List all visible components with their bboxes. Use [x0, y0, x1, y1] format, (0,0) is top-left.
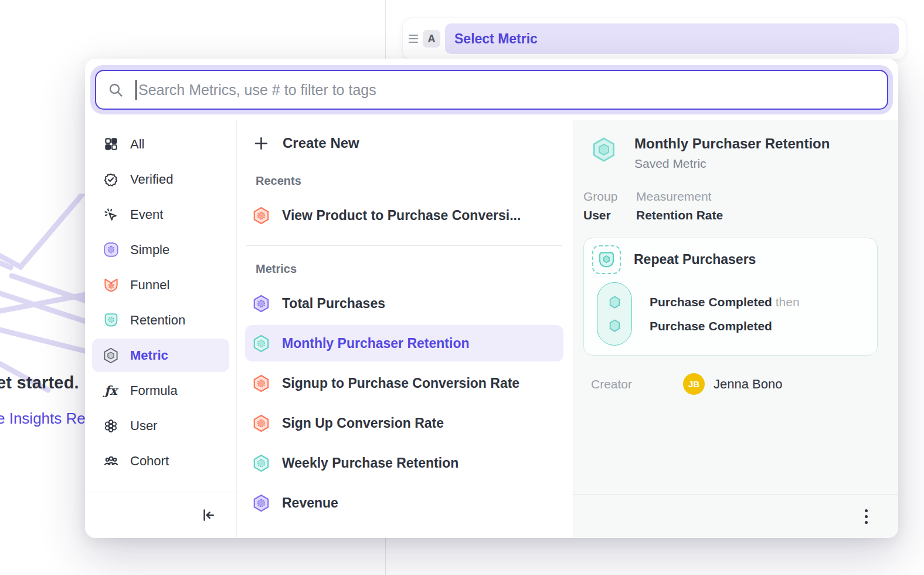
retention-steps-capsule — [597, 282, 632, 346]
definition-steps: Purchase Completed then Purchase Complet… — [650, 282, 800, 346]
sidebar-item-event[interactable]: Event — [92, 198, 229, 231]
background-insights-link[interactable]: e Insights Re — [0, 410, 86, 428]
creator-avatar: JB — [683, 373, 705, 395]
metric-list-column: Create New Recents View Product to Purch… — [237, 120, 573, 538]
search-field[interactable] — [95, 70, 888, 110]
metric-detail-panel: Monthly Purchaser Retention Saved Metric… — [573, 120, 898, 538]
collapse-icon — [200, 507, 216, 523]
sidebar-item-label: Simple — [130, 242, 169, 258]
screen: et started. e Insights Re A Select Metri… — [0, 0, 924, 575]
sidebar-footer — [85, 492, 236, 538]
teal-metric-hexagon-icon — [252, 334, 270, 353]
detail-subtitle: Saved Metric — [634, 157, 830, 171]
metric-name: View Product to Purchase Conversi... — [282, 208, 521, 224]
retention-icon — [103, 312, 119, 329]
measurement-value: Retention Rate — [636, 208, 723, 222]
simple-metric-icon — [103, 242, 119, 258]
sidebar-item-label: Verified — [130, 172, 173, 187]
recent-metric-row[interactable]: View Product to Purchase Conversi... — [245, 197, 563, 234]
search-icon — [108, 82, 124, 98]
detail-fields: Group User Measurement Retention Rate — [583, 190, 884, 222]
sidebar-item-label: All — [130, 137, 144, 152]
then-connector: then — [776, 295, 800, 309]
purple-metric-hexagon-icon — [252, 295, 270, 313]
group-label: Group — [583, 190, 636, 204]
metric-name: Revenue — [282, 495, 338, 511]
metric-row-signup-to-purchase[interactable]: Signup to Purchase Conversion Rate — [245, 365, 563, 401]
sidebar-item-label: Funnel — [130, 278, 169, 293]
metric-row-revenue[interactable]: Revenue — [245, 485, 563, 521]
step-hexagon-icon — [607, 318, 623, 334]
list-divider — [246, 245, 562, 246]
metric-name: Signup to Purchase Conversion Rate — [282, 376, 519, 391]
coral-metric-hexagon-icon — [252, 374, 270, 393]
sidebar-item-label: Retention — [130, 313, 185, 328]
detail-title: Monthly Purchaser Retention — [634, 136, 830, 152]
sidebar-item-user[interactable]: User — [92, 409, 229, 442]
metric-name: Weekly Purchase Retention — [282, 455, 458, 471]
metric-row-weekly-purchase-retention[interactable]: Weekly Purchase Retention — [245, 445, 563, 481]
sidebar-item-simple[interactable]: Simple — [92, 233, 229, 266]
sidebar-item-all[interactable]: All — [92, 127, 229, 161]
measurement-field: Measurement Retention Rate — [636, 190, 723, 222]
sidebar-item-metric[interactable]: Metric — [92, 339, 229, 372]
metric-row-total-purchases[interactable]: Total Purchases — [245, 285, 563, 322]
step-hexagon-icon — [607, 295, 623, 310]
formula-fx-icon: ƒx — [103, 383, 119, 399]
funnel-icon — [103, 277, 119, 293]
collapse-sidebar-button[interactable] — [198, 505, 219, 526]
search-area — [85, 59, 898, 120]
creator-row: Creator JB Jenna Bono — [591, 373, 884, 395]
series-a-badge: A — [423, 30, 440, 48]
metric-row-signup-conversion[interactable]: Sign Up Conversion Rate — [245, 405, 563, 441]
sidebar-item-label: Formula — [130, 383, 178, 398]
sidebar-item-funnel[interactable]: Funnel — [92, 268, 229, 302]
create-new-label: Create New — [283, 135, 359, 151]
text-cursor — [135, 80, 137, 100]
group-value: User — [583, 208, 636, 222]
creator-label: Creator — [591, 377, 683, 391]
sidebar-item-label: Cohort — [130, 454, 169, 469]
metric-row-monthly-purchaser-retention[interactable]: Monthly Purchaser Retention — [245, 325, 563, 361]
purple-metric-hexagon-icon — [252, 494, 270, 512]
sidebar-item-cohort[interactable]: Cohort — [92, 444, 229, 478]
user-cluster-icon — [103, 418, 119, 434]
step-1: Purchase Completed then — [650, 295, 800, 309]
detail-footer — [573, 494, 898, 538]
recents-section-label: Recents — [256, 174, 563, 188]
cohort-people-icon — [103, 453, 119, 469]
metrics-section-label: Metrics — [256, 262, 563, 276]
more-options-button[interactable] — [856, 505, 876, 528]
filter-sidebar: All Verified — [85, 120, 237, 538]
sidebar-item-label: Event — [130, 207, 163, 222]
definition-card: Repeat Purchasers — [583, 238, 878, 356]
metric-row-bar: A Select Metric — [402, 18, 906, 60]
funnel-metric-hexagon-icon — [252, 207, 270, 225]
metric-selector-modal: All Verified — [85, 59, 898, 538]
select-metric-button[interactable]: Select Metric — [445, 23, 899, 54]
search-input[interactable] — [138, 82, 875, 99]
background-heading-fragment: et started. — [0, 373, 79, 393]
detail-header: Monthly Purchaser Retention Saved Metric — [591, 136, 884, 171]
sidebar-item-label: Metric — [130, 348, 168, 363]
plus-icon — [252, 134, 270, 152]
creator-name: Jenna Bono — [714, 377, 782, 392]
repeat-purchasers-icon — [592, 245, 621, 274]
detail-metric-hexagon-icon — [591, 137, 617, 163]
definition-name: Repeat Purchasers — [634, 252, 756, 268]
sidebar-item-formula[interactable]: ƒx Formula — [92, 374, 229, 407]
teal-metric-hexagon-icon — [252, 454, 270, 472]
measurement-label: Measurement — [636, 190, 723, 204]
sidebar-item-retention[interactable]: Retention — [92, 303, 229, 337]
drag-handle-icon[interactable] — [409, 35, 418, 43]
metric-name: Monthly Purchaser Retention — [282, 336, 469, 351]
verified-badge-icon — [103, 171, 119, 188]
metric-name: Total Purchases — [282, 296, 385, 312]
step-2: Purchase Completed — [650, 319, 800, 333]
coral-metric-hexagon-icon — [252, 414, 270, 432]
sidebar-item-verified[interactable]: Verified — [92, 163, 229, 196]
create-new-button[interactable]: Create New — [245, 126, 563, 160]
metric-name: Sign Up Conversion Rate — [282, 415, 444, 431]
event-cursor-icon — [103, 207, 119, 223]
group-field: Group User — [583, 190, 636, 222]
